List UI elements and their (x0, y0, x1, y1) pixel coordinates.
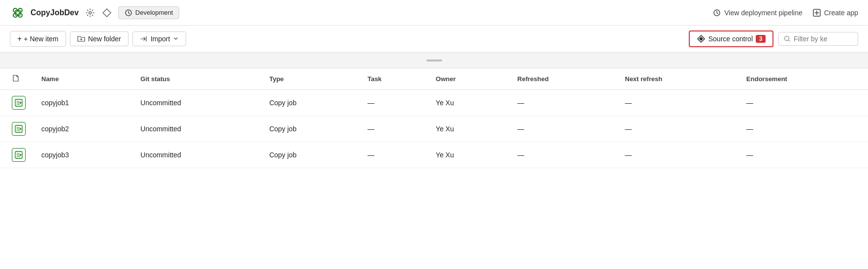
col-refreshed: Refreshed (510, 68, 617, 90)
top-bar-icons (84, 6, 113, 19)
cell-next-refresh: — (617, 90, 739, 116)
header-row: Name Git status Type Task Owner Refreshe… (0, 68, 868, 90)
cell-owner: Ye Xu (428, 90, 510, 116)
view-pipeline-label: View deployment pipeline (724, 9, 803, 17)
cell-task: — (359, 116, 428, 142)
source-control-button[interactable]: Source control 3 (689, 30, 773, 47)
cell-owner: Ye Xu (428, 142, 510, 168)
plus-icon: + (17, 34, 22, 43)
copy-job-icon (12, 122, 26, 136)
col-owner: Owner (428, 68, 510, 90)
table-row[interactable]: copyjob1UncommittedCopy job—Ye Xu——— (0, 90, 868, 116)
cell-type: Copy job (261, 142, 359, 168)
import-button[interactable]: Import (132, 31, 187, 46)
cell-next-refresh: — (617, 116, 739, 142)
cell-git-status: Uncommitted (132, 142, 261, 168)
new-folder-label: New folder (88, 35, 121, 43)
source-control-label: Source control (708, 35, 753, 43)
row-type-icon (0, 142, 33, 168)
new-item-label: + New item (24, 35, 58, 43)
view-pipeline-button[interactable]: View deployment pipeline (712, 8, 803, 17)
cell-refreshed: — (510, 116, 617, 142)
divider-handle[interactable] (426, 60, 442, 61)
file-icon (12, 74, 20, 82)
cell-refreshed: — (510, 142, 617, 168)
col-name: Name (33, 68, 132, 90)
diamond-icon[interactable] (100, 6, 113, 19)
new-folder-button[interactable]: New folder (70, 31, 129, 46)
dev-environment-badge[interactable]: Development (118, 6, 180, 19)
top-bar: CopyJobDev Development (0, 0, 868, 26)
cell-name: copyjob2 (33, 116, 132, 142)
cell-type: Copy job (261, 116, 359, 142)
top-bar-left: CopyJobDev Development (10, 5, 179, 21)
cell-refreshed: — (510, 90, 617, 116)
table-body: copyjob1UncommittedCopy job—Ye Xu——— cop… (0, 90, 868, 168)
cell-name: copyjob1 (33, 90, 132, 116)
svg-point-8 (89, 11, 91, 14)
row-type-icon (0, 90, 33, 116)
filter-input-wrap[interactable] (778, 32, 858, 46)
cell-next-refresh: — (617, 142, 739, 168)
source-control-badge: 3 (756, 35, 766, 43)
col-icon (0, 68, 33, 90)
import-icon (140, 35, 148, 43)
copy-job-icon (12, 148, 26, 162)
table-header: Name Git status Type Task Owner Refreshe… (0, 68, 868, 90)
table-row[interactable]: copyjob2UncommittedCopy job—Ye Xu——— (0, 116, 868, 142)
col-type: Type (261, 68, 359, 90)
create-app-label: Create app (824, 9, 858, 17)
divider-row (0, 53, 868, 68)
cell-type: Copy job (261, 90, 359, 116)
col-next-refresh: Next refresh (617, 68, 739, 90)
copy-job-icon (12, 96, 26, 110)
col-task: Task (359, 68, 428, 90)
cell-endorsement: — (739, 90, 868, 116)
dev-badge-label: Development (135, 9, 173, 16)
items-table: Name Git status Type Task Owner Refreshe… (0, 68, 868, 168)
row-type-icon (0, 116, 33, 142)
col-endorsement: Endorsement (739, 68, 868, 90)
import-chevron-icon (173, 36, 179, 42)
import-label: Import (151, 35, 170, 43)
cell-name: copyjob3 (33, 142, 132, 168)
svg-marker-9 (103, 9, 111, 17)
table-row[interactable]: copyjob3UncommittedCopy job—Ye Xu——— (0, 142, 868, 168)
settings-icon[interactable] (84, 6, 96, 19)
top-bar-right: View deployment pipeline Create app (712, 8, 858, 17)
table-wrap: Name Git status Type Task Owner Refreshe… (0, 68, 868, 178)
create-app-button[interactable]: Create app (812, 8, 858, 17)
toolbar-right: Source control 3 (689, 30, 858, 47)
cell-git-status: Uncommitted (132, 116, 261, 142)
cell-git-status: Uncommitted (132, 90, 261, 116)
filter-input[interactable] (794, 35, 853, 43)
col-git-status: Git status (132, 68, 261, 90)
toolbar-left: + + New item New folder Import (10, 31, 186, 47)
source-control-icon (697, 34, 706, 43)
workspace-logo-icon (10, 5, 26, 21)
cell-task: — (359, 90, 428, 116)
cell-endorsement: — (739, 142, 868, 168)
cell-task: — (359, 142, 428, 168)
new-folder-icon (77, 35, 85, 43)
svg-marker-14 (699, 37, 703, 41)
toolbar: + + New item New folder Import (0, 26, 868, 53)
cell-endorsement: — (739, 116, 868, 142)
filter-search-icon (784, 35, 791, 42)
cell-owner: Ye Xu (428, 116, 510, 142)
new-item-button[interactable]: + + New item (10, 31, 66, 47)
workspace-name: CopyJobDev (31, 8, 79, 17)
